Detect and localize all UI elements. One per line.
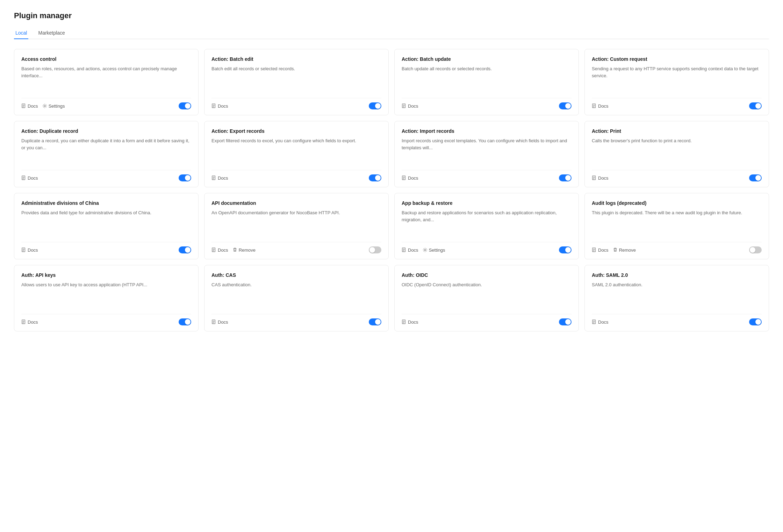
docs-label: Docs (218, 175, 228, 181)
plugin-title: App backup & restore (402, 200, 572, 206)
plugin-card-footer: Docs Remove (211, 242, 381, 253)
plugin-card: Action: Import recordsImport records usi… (394, 121, 579, 187)
plugin-card-footer: Docs Remove (592, 242, 762, 253)
toggle-track (179, 174, 191, 181)
toggle-track (749, 318, 762, 325)
svg-point-47 (424, 249, 425, 251)
docs-link[interactable]: Docs (592, 103, 609, 109)
settings-link[interactable]: Settings (423, 247, 445, 253)
settings-label: Settings (49, 103, 65, 109)
docs-icon (21, 247, 26, 252)
plugin-toggle[interactable] (179, 102, 191, 109)
settings-label: Settings (429, 247, 445, 253)
docs-link[interactable]: Docs (592, 319, 609, 325)
plugin-description: Export filtered records to excel, you ca… (211, 137, 381, 165)
docs-label: Docs (598, 175, 609, 181)
plugin-toggle[interactable] (369, 318, 381, 325)
plugin-toggle[interactable] (179, 318, 191, 325)
plugin-description: This plugin is deprecated. There will be… (592, 209, 762, 237)
plugin-card: Administrative divisions of ChinaProvide… (14, 193, 199, 259)
docs-link[interactable]: Docs (402, 103, 418, 109)
plugin-toggle[interactable] (179, 174, 191, 181)
docs-link[interactable]: Docs (211, 247, 228, 253)
docs-link[interactable]: Docs (402, 319, 418, 325)
plugin-toggle[interactable] (749, 174, 762, 181)
docs-link[interactable]: Docs (402, 247, 418, 253)
plugin-description: An OpenAPI documentation generator for N… (211, 209, 381, 237)
docs-icon (592, 319, 597, 324)
plugin-toggle[interactable] (749, 318, 762, 325)
plugin-title: Auth: SAML 2.0 (592, 272, 762, 278)
plugin-toggle[interactable] (369, 246, 381, 253)
plugin-card-footer: Docs (402, 170, 572, 181)
docs-link[interactable]: Docs (592, 247, 609, 253)
docs-icon (21, 319, 26, 324)
docs-label: Docs (28, 247, 38, 253)
plugin-toggle[interactable] (749, 246, 762, 253)
plugin-description: Provides data and field type for adminis… (21, 209, 191, 237)
remove-link[interactable]: Remove (613, 247, 636, 253)
plugin-toggle[interactable] (559, 174, 572, 181)
plugin-toggle[interactable] (559, 246, 572, 253)
docs-icon (402, 247, 407, 252)
docs-link[interactable]: Docs (211, 103, 228, 109)
plugin-card: Audit logs (deprecated)This plugin is de… (584, 193, 769, 259)
docs-icon (211, 319, 216, 324)
docs-link[interactable]: Docs (21, 247, 38, 253)
docs-link[interactable]: Docs (402, 175, 418, 181)
docs-icon (211, 247, 216, 252)
tab-marketplace[interactable]: Marketplace (37, 27, 66, 39)
plugin-description: Sending a request to any HTTP service su… (592, 65, 762, 93)
plugin-description: Batch update all records or selected rec… (402, 65, 572, 93)
plugin-toggle[interactable] (559, 318, 572, 325)
plugin-card: Action: Duplicate recordDuplicate a reco… (14, 121, 199, 187)
docs-icon (402, 319, 407, 324)
toggle-track (179, 318, 191, 325)
plugin-card-footer: Docs (21, 170, 191, 181)
toggle-track (559, 246, 572, 253)
plugin-title: Action: Duplicate record (21, 128, 191, 134)
docs-link[interactable]: Docs (21, 103, 38, 109)
svg-point-4 (44, 105, 45, 107)
plugin-toggle[interactable] (369, 102, 381, 109)
plugin-description: Based on roles, resources, and actions, … (21, 65, 191, 93)
toggle-track (179, 102, 191, 109)
plugin-toggle[interactable] (179, 246, 191, 253)
plugin-card: Auth: API keysAllows users to use API ke… (14, 265, 199, 331)
plugin-card: Auth: OIDCOIDC (OpenID Connect) authenti… (394, 265, 579, 331)
plugin-title: Auth: OIDC (402, 272, 572, 278)
docs-label: Docs (28, 103, 38, 109)
toggle-thumb (755, 175, 761, 181)
plugin-toggle[interactable] (369, 174, 381, 181)
plugin-toggle[interactable] (559, 102, 572, 109)
toggle-thumb (750, 247, 755, 253)
settings-link[interactable]: Settings (42, 103, 65, 109)
plugin-card: Action: Batch updateBatch update all rec… (394, 49, 579, 115)
toggle-thumb (565, 175, 571, 181)
toggle-thumb (375, 319, 381, 325)
page-container: Plugin manager Local Marketplace Access … (0, 0, 783, 532)
docs-label: Docs (598, 247, 609, 253)
plugin-title: Action: Import records (402, 128, 572, 134)
docs-label: Docs (218, 247, 228, 253)
plugin-card-footer: Docs Settings (21, 98, 191, 109)
plugin-toggle[interactable] (749, 102, 762, 109)
toggle-thumb (565, 319, 571, 325)
docs-link[interactable]: Docs (592, 175, 609, 181)
plugin-card: Auth: SAML 2.0SAML 2.0 authentication. D… (584, 265, 769, 331)
plugin-card: App backup & restoreBackup and restore a… (394, 193, 579, 259)
docs-link[interactable]: Docs (211, 175, 228, 181)
docs-icon (592, 103, 597, 108)
docs-link[interactable]: Docs (21, 175, 38, 181)
toggle-thumb (369, 247, 375, 253)
docs-link[interactable]: Docs (21, 319, 38, 325)
docs-link[interactable]: Docs (211, 319, 228, 325)
tab-local[interactable]: Local (14, 27, 28, 39)
docs-icon (402, 103, 407, 108)
settings-icon (42, 103, 47, 108)
toggle-thumb (755, 103, 761, 109)
remove-link[interactable]: Remove (232, 247, 256, 253)
toggle-thumb (755, 319, 761, 325)
plugin-card-footer: Docs (592, 170, 762, 181)
docs-label: Docs (408, 103, 418, 109)
